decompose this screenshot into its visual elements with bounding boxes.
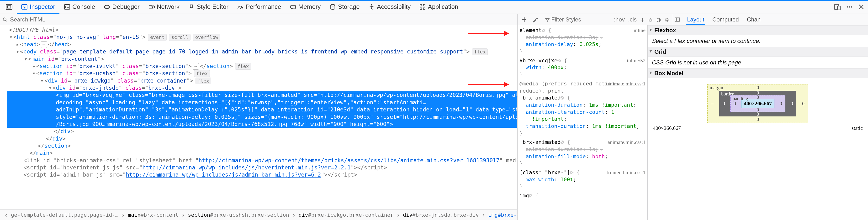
console-icon xyxy=(64,4,70,10)
tab-label: Inspector xyxy=(30,3,55,10)
contrast-icon[interactable] xyxy=(656,17,661,22)
tab-network[interactable]: Network xyxy=(144,0,184,13)
svg-point-18 xyxy=(650,19,651,21)
tab-console[interactable]: Console xyxy=(59,0,99,13)
svg-point-16 xyxy=(851,6,852,8)
boxmodel-position: static xyxy=(852,125,863,131)
tab-label: Console xyxy=(72,3,95,10)
funnel-icon xyxy=(545,17,550,22)
markup-column: <!DOCTYPE html> ▾<html class="no-js no-s… xyxy=(0,25,518,220)
iframe-picker[interactable] xyxy=(1,0,17,13)
breadcrumb-item[interactable]: div#brxe-jntsdo.brxe-div xyxy=(403,212,479,218)
sidebar-tab-changes[interactable]: Chan xyxy=(746,14,762,25)
svg-point-7 xyxy=(371,4,372,5)
boxmodel-size: 400×266.667 xyxy=(653,125,681,131)
svg-rect-23 xyxy=(675,18,679,21)
flexbox-section-body: Select a Flex container or item to conti… xyxy=(648,35,868,47)
eyedropper-icon[interactable] xyxy=(532,17,538,23)
rule-block-img: img { xyxy=(520,192,646,199)
svg-point-15 xyxy=(849,6,850,8)
tab-label: Memory xyxy=(299,3,321,10)
add-rule-icon[interactable] xyxy=(640,17,645,22)
breadcrumb-item[interactable]: section#brxe-ucshsh.brxe-section xyxy=(188,212,289,218)
annotation-arrow xyxy=(468,84,508,85)
tab-memory[interactable]: Memory xyxy=(285,0,325,13)
add-node-icon[interactable] xyxy=(521,17,527,23)
sidebar-tab-layout[interactable]: Layout xyxy=(686,14,705,25)
box-model-diagram[interactable]: margin 0 0 – 0 border 0 0 0 0 padding xyxy=(648,78,868,134)
sidebar-toggle-icon[interactable] xyxy=(675,17,680,22)
rules-toolbar: Filter Styles :hov .cls xyxy=(542,14,672,25)
application-icon xyxy=(419,4,426,10)
tab-application[interactable]: Application xyxy=(415,0,462,13)
tab-label: Performance xyxy=(246,3,281,10)
rule-block-media: animate.min.css:1 @media (prefers-reduce… xyxy=(520,80,646,137)
tab-style-editor[interactable]: Style Editor xyxy=(184,0,233,13)
devtools-toolbar: Inspector Console Debugger Network Style… xyxy=(0,0,868,14)
markup-tree[interactable]: <!DOCTYPE html> ▾<html class="no-js no-s… xyxy=(0,25,517,210)
close-icon[interactable] xyxy=(858,4,865,10)
svg-rect-10 xyxy=(420,8,422,9)
accessibility-icon xyxy=(368,4,375,10)
devtools-main: <!DOCTYPE html> ▾<html class="no-js no-s… xyxy=(0,25,868,220)
svg-rect-8 xyxy=(420,4,422,6)
devtools-subbar: Filter Styles :hov .cls Layout Computed … xyxy=(0,14,868,25)
search-html-input[interactable] xyxy=(10,16,105,23)
filter-styles-placeholder[interactable]: Filter Styles xyxy=(551,16,581,23)
rule-block-brxe: [class*="brxe-"] {frontend.min.css:1 max… xyxy=(520,169,646,190)
performance-icon xyxy=(237,4,244,10)
breadcrumb-item[interactable]: main#brx-content xyxy=(128,212,179,218)
rules-panel[interactable]: element {inline animation-duration: 3s;▿… xyxy=(518,25,647,220)
tab-label: Style Editor xyxy=(197,3,228,10)
breadcrumb-bar: ‹ ge-template-default.page.page-id-… › m… xyxy=(0,210,517,220)
flexbox-section-header[interactable]: Flexbox xyxy=(648,25,868,35)
tab-debugger[interactable]: Debugger xyxy=(99,0,144,13)
tab-label: Debugger xyxy=(112,3,140,10)
search-icon xyxy=(2,17,8,22)
tab-storage[interactable]: Storage xyxy=(325,0,364,13)
boxmodel-section-header[interactable]: Box Model xyxy=(648,68,868,78)
hov-toggle[interactable]: :hov xyxy=(614,16,625,23)
breadcrumb-item-active[interactable]: img#brxe-vcqjxe.brxe-image.css-filter.si… xyxy=(488,212,517,218)
inspector-icon xyxy=(21,4,28,10)
grid-section-body: CSS Grid is not in use on this page xyxy=(648,57,868,68)
network-icon xyxy=(148,4,155,10)
svg-rect-9 xyxy=(424,4,425,6)
meatball-menu-icon[interactable] xyxy=(846,4,853,10)
style-editor-icon xyxy=(188,4,195,10)
breadcrumb-item[interactable]: ge-template-default.page.page-id-… xyxy=(11,212,118,218)
layout-column: Flexbox Select a Flex container or item … xyxy=(648,25,868,220)
rule-block-animated: .brx-animated {animate.min.css:1 animati… xyxy=(520,138,646,167)
memory-icon xyxy=(290,4,297,10)
responsive-mode-icon[interactable] xyxy=(834,4,841,10)
tab-label: Network xyxy=(157,3,180,10)
debugger-icon xyxy=(103,4,110,10)
tab-accessibility[interactable]: Accessibility xyxy=(364,0,415,13)
selected-node: <img id="brxe-vcqjxe" class="brxe-image … xyxy=(7,91,517,99)
storage-icon xyxy=(330,4,336,10)
svg-rect-0 xyxy=(6,4,12,9)
sidebar-tab-computed[interactable]: Computed xyxy=(711,14,740,25)
svg-rect-1 xyxy=(7,5,11,8)
svg-point-17 xyxy=(3,18,6,21)
svg-point-6 xyxy=(331,4,335,6)
svg-rect-11 xyxy=(424,8,425,9)
breadcrumb-item[interactable]: div#brxe-icwkgo.brxe-container xyxy=(299,212,394,218)
markup-search-area xyxy=(0,14,518,25)
tab-inspector[interactable]: Inspector xyxy=(17,0,59,14)
svg-rect-5 xyxy=(290,5,296,8)
svg-rect-3 xyxy=(64,4,70,9)
print-media-icon[interactable] xyxy=(664,17,669,22)
light-mode-icon[interactable] xyxy=(648,17,653,22)
tab-label: Application xyxy=(428,3,458,10)
grid-section-header[interactable]: Grid xyxy=(648,47,868,57)
tab-performance[interactable]: Performance xyxy=(233,0,285,13)
rule-block-id: #brxe-vcqjxe {inline:52 width: 400px; } xyxy=(520,57,646,78)
sidebar-tabs: Layout Computed Chan xyxy=(672,14,868,25)
markup-tools xyxy=(518,14,542,25)
annotation-arrow xyxy=(468,33,508,34)
breadcrumb-scroll-left[interactable]: ‹ xyxy=(1,212,11,219)
svg-point-14 xyxy=(846,6,848,8)
cls-toggle[interactable]: .cls xyxy=(628,16,637,23)
tab-label: Accessibility xyxy=(377,3,411,10)
